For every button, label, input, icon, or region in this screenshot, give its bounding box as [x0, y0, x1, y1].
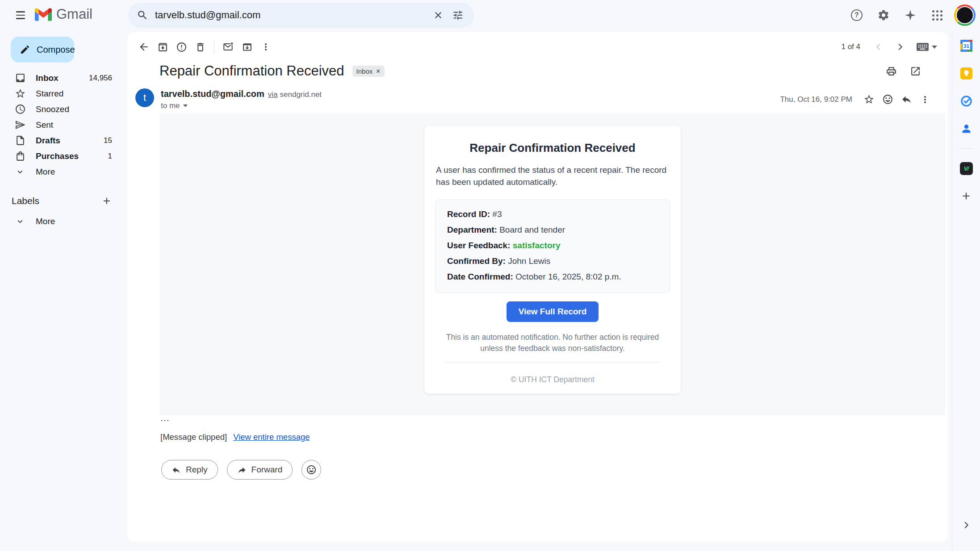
remove-label-icon[interactable]: ✕	[376, 68, 381, 75]
get-addons-icon[interactable]	[957, 187, 975, 205]
gmail-logo: Gmail	[35, 6, 92, 22]
side-panel-rail: 31 V/	[952, 30, 980, 551]
search-options-icon[interactable]	[448, 5, 468, 25]
confirmed-by-field: Confirmed By: John Lewis	[447, 253, 658, 269]
message-more-icon[interactable]	[916, 90, 934, 109]
email-date: Thu, Oct 16, 9:02 PM	[780, 95, 852, 104]
automated-note: This is an automated notification. No fu…	[440, 332, 665, 354]
back-icon[interactable]	[134, 38, 153, 56]
reply-button[interactable]: Reply	[161, 460, 218, 480]
keep-notes-icon[interactable]	[957, 64, 975, 82]
google-apps-icon[interactable]	[927, 5, 947, 25]
shopping-bag-icon	[14, 150, 26, 162]
sidebar-item-purchases[interactable]: Purchases 1	[0, 148, 127, 164]
email-body-card: Repair Confirmation Received A user has …	[424, 126, 681, 394]
settings-gear-icon[interactable]	[874, 5, 893, 25]
labels-header: Labels	[0, 191, 127, 211]
view-full-record-button[interactable]: View Full Record	[507, 301, 599, 322]
search-input[interactable]	[155, 9, 428, 21]
addon-icon[interactable]: V/	[957, 159, 975, 177]
caret-down-icon	[183, 104, 188, 107]
inbox-label-chip[interactable]: Inbox ✕	[352, 66, 385, 77]
inbox-icon	[14, 72, 26, 83]
open-in-new-icon[interactable]	[906, 62, 925, 80]
compose-label: Compose	[37, 45, 75, 55]
message-clipped-row: [Message clipped] View entire message	[160, 432, 310, 442]
report-spam-icon[interactable]	[172, 38, 191, 56]
message-clipped-label: [Message clipped]	[160, 432, 227, 442]
add-reaction-button[interactable]	[302, 460, 321, 480]
star-email-icon[interactable]	[859, 90, 878, 109]
mail-view: 1 of 4 Repair Confirmation Received Inbo…	[127, 32, 948, 542]
help-icon[interactable]: ?	[847, 5, 867, 25]
record-id-field: Record ID: #3	[447, 206, 658, 222]
sender-address: tarvelb.stud@gmail.com	[161, 89, 264, 99]
sidebar-item-drafts[interactable]: Drafts 15	[0, 133, 127, 148]
department-field: Department: Board and tender	[447, 222, 658, 238]
search-icon[interactable]	[133, 5, 152, 25]
archive-icon[interactable]	[153, 38, 172, 56]
contacts-icon[interactable]	[957, 120, 975, 138]
tasks-icon[interactable]	[957, 92, 975, 110]
search-bar[interactable]	[128, 3, 474, 28]
account-avatar[interactable]	[954, 4, 976, 26]
toolbar-divider	[214, 41, 214, 53]
send-icon	[14, 119, 26, 130]
sidebar-item-starred[interactable]: Starred	[0, 86, 127, 101]
hide-side-panel-icon[interactable]	[957, 516, 975, 534]
mail-toolbar: 1 of 4	[134, 37, 937, 57]
reply-icon[interactable]	[897, 90, 916, 109]
sender-avatar[interactable]: t	[135, 88, 154, 107]
keyboard-icon	[917, 43, 929, 51]
sidebar-item-sent[interactable]: Sent	[0, 117, 127, 133]
more-vert-icon[interactable]	[256, 38, 275, 56]
gemini-sparkle-icon[interactable]	[900, 5, 920, 25]
gmail-m-icon	[35, 8, 52, 21]
main-menu-icon[interactable]	[10, 4, 31, 26]
topbar-actions: ?	[847, 4, 976, 26]
mark-unread-icon[interactable]	[219, 38, 238, 56]
delete-icon[interactable]	[191, 38, 209, 56]
trimmed-content-ellipsis[interactable]: ...	[160, 413, 170, 423]
create-label-icon[interactable]	[98, 192, 116, 210]
draft-file-icon	[14, 135, 26, 146]
sidebar-item-inbox[interactable]: Inbox 14,956	[0, 70, 127, 86]
rail-divider	[960, 148, 972, 149]
sidebar-item-snoozed[interactable]: Snoozed	[0, 101, 127, 117]
gmail-logo-text: Gmail	[56, 6, 92, 22]
sidebar-nav: Inbox 14,956 Starred Snoozed Sent Drafts…	[0, 70, 127, 179]
compose-button[interactable]: Compose	[11, 37, 74, 63]
sidebar: Compose Inbox 14,956 Starred Snoozed Sen…	[0, 30, 127, 229]
input-tools-selector[interactable]	[917, 43, 937, 51]
purchases-count: 1	[108, 152, 112, 161]
sender-row: t tarvelb.stud@gmail.comviasendgrid.net …	[135, 88, 934, 110]
calendar-icon[interactable]: 31	[957, 37, 975, 54]
caret-down-icon	[932, 46, 937, 49]
print-icon[interactable]	[882, 62, 900, 80]
record-details-box: Record ID: #3 Department: Board and tend…	[435, 200, 670, 293]
notification-title: Repair Confirmation Received	[424, 141, 681, 155]
top-bar: Gmail ?	[0, 0, 980, 30]
clear-search-icon[interactable]	[428, 5, 448, 25]
date-confirmed-field: Date Confirmed: October 16, 2025, 8:02 p…	[447, 269, 658, 284]
newer-chevron-icon[interactable]	[869, 38, 888, 56]
move-to-icon[interactable]	[238, 38, 256, 56]
subject-row: Repair Confirmation Received Inbox ✕	[159, 63, 925, 79]
sidebar-labels-more[interactable]: More	[0, 213, 127, 229]
pencil-icon	[20, 44, 30, 55]
sidebar-item-more[interactable]: More	[0, 164, 127, 179]
older-chevron-icon[interactable]	[891, 38, 909, 56]
recipient-details-toggle[interactable]: to me	[161, 101, 322, 110]
reply-actions-row: Reply Forward	[161, 460, 321, 480]
chevron-down-icon	[14, 167, 26, 177]
feedback-status-value: satisfactory	[513, 241, 561, 250]
forward-button[interactable]: Forward	[227, 460, 293, 480]
emoji-reaction-icon[interactable]	[878, 90, 897, 109]
user-feedback-field: User Feedback: satisfactory	[447, 238, 658, 253]
email-body-background: Repair Confirmation Received A user has …	[159, 113, 946, 415]
via-domain: sendgrid.net	[280, 90, 322, 99]
view-entire-message-link[interactable]: View entire message	[233, 432, 310, 442]
chevron-down-icon	[14, 217, 26, 226]
labels-title: Labels	[12, 196, 39, 206]
notification-intro: A user has confirmed the status of a rec…	[436, 164, 669, 188]
